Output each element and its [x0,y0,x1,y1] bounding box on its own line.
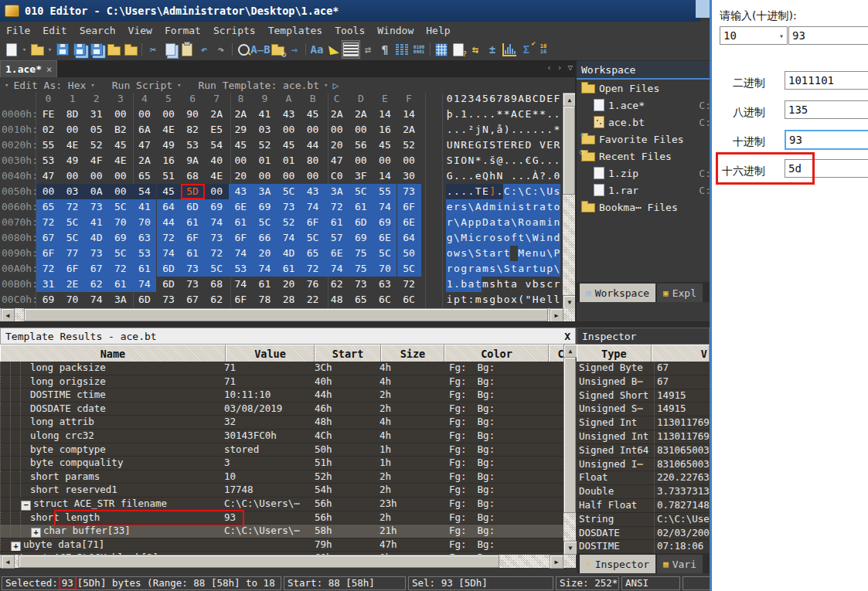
hex-byte-cell[interactable]: 2A [229,107,253,122]
hex-ascii-cell[interactable]: g [489,292,496,307]
hex-horizontal-scrollbar[interactable]: ◀ ▶ [0,308,576,321]
hex-ascii-cell[interactable]: . [453,168,460,184]
hex-ascii-cell[interactable]: e [446,199,453,215]
hex-ascii-cell[interactable]: C [503,184,510,199]
hex-byte-cell[interactable]: 00 [301,122,325,138]
hex-ascii-cell[interactable]: . [553,153,560,168]
panel-tab-vari[interactable]: ▦Vari [657,555,703,573]
hex-byte-cell[interactable]: C0 [325,168,349,184]
hex-byte-cell[interactable]: E5 [205,122,229,138]
hex-byte-cell[interactable]: 61 [229,215,253,230]
hex-ascii-cell[interactable]: e [475,168,482,184]
hex-ascii-cell[interactable]: U [546,184,553,199]
hex-byte-cell[interactable]: 2E [60,277,84,292]
hex-byte-cell[interactable]: 67 [84,261,108,277]
hex-byte-cell[interactable]: 4E [157,122,181,138]
hex-byte-cell[interactable]: 2A [325,107,349,122]
hex-ascii-cell[interactable]: t [496,215,503,230]
menu-view[interactable]: View [122,25,158,36]
hex-byte-cell[interactable]: 2A [205,107,229,122]
hex-ascii-cell[interactable]: . [510,122,517,138]
scroll-down-icon[interactable]: ▼ [563,541,577,555]
hex-view-toggle[interactable] [342,41,359,58]
hex-ascii-cell[interactable]: l [546,292,553,307]
hex-ascii-cell[interactable]: m [482,277,488,292]
hex-ascii-cell[interactable]: R [518,215,525,230]
hex-ascii-cell[interactable]: ² [468,122,475,138]
hex-byte-cell[interactable]: B2 [108,122,132,138]
hex-ascii-cell[interactable]: a [532,215,539,230]
hex-ascii-cell[interactable]: G [532,153,539,168]
hex-byte-cell[interactable]: 74 [253,261,277,277]
hex-byte-cell[interactable]: 6F [181,230,205,246]
panel-tab-workspace[interactable]: ▤Workspace [580,284,655,302]
template-col-header-value[interactable]: Value [226,345,315,362]
hex-byte-cell[interactable]: 72 [397,277,421,292]
hex-ascii-cell[interactable]: a [468,277,475,292]
hex-byte-cell[interactable]: 6F [397,199,421,215]
hex-byte-cell[interactable]: 4F [84,153,108,168]
hex-byte-cell[interactable]: 65 [36,199,60,215]
tree-item-favorite-files[interactable]: ★Favorite Files [577,131,710,148]
hex-byte-cell[interactable]: 20 [277,277,301,292]
hex-byte-cell[interactable]: 47 [325,153,349,168]
hex-ascii-cell[interactable]: s [489,261,496,277]
hex-row[interactable]: 0000h:FE8D31000000902A2A4143452A2A1414þ.… [0,107,576,122]
menu-format[interactable]: Format [158,25,207,36]
converter-result-field-1[interactable]: 135 [785,100,868,119]
hex-byte-cell[interactable]: 3F [349,168,373,184]
hex-ascii-cell[interactable]: G [446,168,453,184]
hex-ascii-cell[interactable]: . [503,153,510,168]
inspector-row[interactable]: StringC:\C:\Use [577,513,710,527]
hex-byte-cell[interactable]: 00 [229,153,253,168]
hex-ascii-cell[interactable]: . [518,153,525,168]
template-col-header-name[interactable]: Name [0,345,226,362]
hex-byte-cell[interactable]: 00 [277,122,301,138]
hex-ascii-cell[interactable]: . [468,184,475,199]
hex-ascii-cell[interactable]: À [532,168,539,184]
inspector-row[interactable]: Unsigned Int1130117699 [577,430,710,444]
hex-ascii-cell[interactable]: . [539,122,546,138]
hex-byte-cell[interactable]: 6F [229,230,253,246]
hex-ascii-cell[interactable]: \ [510,215,517,230]
hex-byte-cell[interactable]: 74 [132,277,156,292]
hex-ascii-cell[interactable]: n [546,230,553,246]
inspector-row[interactable]: DOSTIME07:18:06 [577,540,710,554]
hex-byte-cell[interactable]: 20 [253,246,277,261]
hex-byte-cell[interactable]: 00 [349,122,373,138]
hex-byte-cell[interactable]: 6C [373,292,397,307]
hex-ascii-cell[interactable]: . [461,184,468,199]
hex-byte-cell[interactable]: 40 [205,153,229,168]
hex-byte-cell[interactable]: 3A [325,184,349,199]
hex-ascii-cell[interactable]: s [489,277,496,292]
hex-ascii-cell[interactable]: . [453,277,460,292]
hex-ascii-cell[interactable]: . [546,153,553,168]
hex-hscroll-thumb[interactable] [24,308,548,321]
hex-ascii-cell[interactable]: w [453,246,460,261]
hex-byte-cell[interactable]: 68 [181,168,205,184]
hex-byte-cell[interactable]: 72 [36,215,60,230]
collapse-icon[interactable]: − [21,501,31,511]
hex-byte-cell[interactable]: 69 [36,292,60,307]
hex-ascii-cell[interactable]: . [453,107,460,122]
hex-byte-cell[interactable]: 28 [277,292,301,307]
hex-ascii-cell[interactable]: ) [503,122,510,138]
template-row[interactable]: DOSDATE cdate03/08/201946h2hFg:Bg: [0,402,576,416]
hex-byte-cell[interactable]: 65 [132,168,156,184]
hex-byte-cell[interactable]: 6F [301,215,325,230]
hex-ascii-cell[interactable]: s [461,246,468,261]
hex-byte-cell[interactable]: 05 [84,122,108,138]
hex-byte-cell[interactable]: 63 [132,230,156,246]
hex-byte-cell[interactable]: 74 [277,230,301,246]
template-row[interactable]: long origsize7140h4hFg:Bg: [0,375,576,389]
hex-byte-cell[interactable]: 77 [60,246,84,261]
hex-byte-cell[interactable]: 00 [373,153,397,168]
hex-ascii-cell[interactable]: l [553,292,560,307]
hex-byte-cell[interactable]: 30 [397,168,421,184]
hex-ascii-cell[interactable]: i [468,230,475,246]
hex-byte-cell[interactable]: 03 [60,184,84,199]
hex-byte-cell[interactable]: 03 [253,122,277,138]
template-row[interactable]: +ubyte data[71]79h47hFg:Bg: [0,538,576,552]
menu-edit[interactable]: Edit [36,25,73,36]
hex-ascii-cell[interactable]: C [518,107,525,122]
